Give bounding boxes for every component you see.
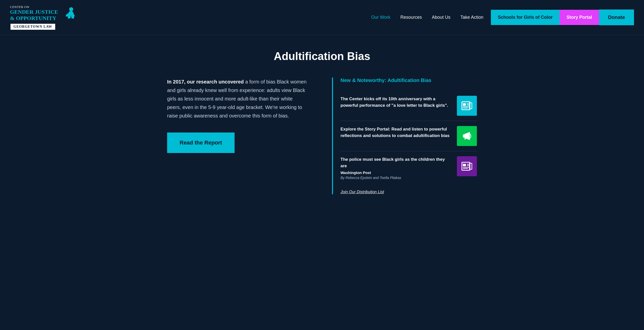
svg-rect-2 <box>463 103 466 106</box>
nav-our-work[interactable]: Our Work <box>371 15 390 20</box>
intro-paragraph: In 2017, our research uncovered a form o… <box>167 78 307 120</box>
news-text-2: Explore the Story Portal: Read and liste… <box>340 126 452 140</box>
news-text-1: The Center kicks off its 10th anniversar… <box>340 96 452 110</box>
schools-for-girls-button[interactable]: Schools for Girls of Color <box>491 10 560 25</box>
svg-point-0 <box>69 7 73 11</box>
news-icon-3 <box>457 156 477 176</box>
logo-text: CENTER ON GENDER JUSTICE& OPPORTUNITY <box>10 5 58 21</box>
distribution-list-link[interactable]: Join Our Distribution List <box>340 190 477 194</box>
logo-main-title: GENDER JUSTICE& OPPORTUNITY <box>10 9 58 21</box>
nav-links: Our Work Resources About Us Take Action <box>371 15 483 20</box>
right-sidebar: New & Noteworthy: Adultification Bias Th… <box>332 78 477 194</box>
main-nav: Our Work Resources About Us Take Action … <box>371 10 634 25</box>
nav-resources[interactable]: Resources <box>400 15 422 20</box>
newspaper-icon-3 <box>461 160 473 172</box>
nav-about-us[interactable]: About Us <box>432 15 450 20</box>
left-content: In 2017, our research uncovered a form o… <box>167 78 312 153</box>
news-title-3: The police must see Black girls as the c… <box>340 156 452 169</box>
megaphone-icon <box>461 130 473 142</box>
donate-button[interactable]: Donate <box>599 10 634 25</box>
logo-area: CENTER ON GENDER JUSTICE& OPPORTUNITY GE… <box>10 5 58 30</box>
read-report-button[interactable]: Read the Report <box>167 133 234 153</box>
logo-top: CENTER ON GENDER JUSTICE& OPPORTUNITY <box>10 5 58 21</box>
nav-buttons: Schools for Girls of Color Story Portal … <box>491 10 634 25</box>
intro-bold: In 2017, our research uncovered <box>167 79 244 85</box>
svg-rect-10 <box>463 164 466 166</box>
svg-rect-9 <box>462 162 470 170</box>
newspaper-icon-1 <box>461 100 473 112</box>
logo-figure-icon <box>62 6 75 24</box>
content-grid: In 2017, our research uncovered a form o… <box>167 78 477 194</box>
news-item-3[interactable]: The police must see Black girls as the c… <box>340 151 477 185</box>
news-author-3: By Rebecca Epstein and Toella Pliakas <box>340 176 452 180</box>
news-icon-1 <box>457 96 477 116</box>
logo-center-on: CENTER ON <box>10 5 29 9</box>
news-source-3: Washington Post <box>340 170 452 175</box>
nav-take-action[interactable]: Take Action <box>460 15 483 20</box>
main-content: Adultification Bias In 2017, our researc… <box>147 35 497 214</box>
news-title-2: Explore the Story Portal: Read and liste… <box>340 126 452 139</box>
logo-georgetown: GEORGETOWN LAW <box>10 23 56 30</box>
news-title-1: The Center kicks off its 10th anniversar… <box>340 96 452 109</box>
svg-rect-1 <box>462 102 470 110</box>
news-icon-2 <box>457 126 477 146</box>
site-header: CENTER ON GENDER JUSTICE& OPPORTUNITY GE… <box>0 0 644 35</box>
page-title: Adultification Bias <box>167 50 477 63</box>
intro-rest: a form of bias Black women and girls alr… <box>167 79 306 119</box>
sidebar-heading: New & Noteworthy: Adultification Bias <box>340 78 477 83</box>
story-portal-button[interactable]: Story Portal <box>560 10 599 25</box>
news-item-1[interactable]: The Center kicks off its 10th anniversar… <box>340 91 477 121</box>
news-item-2[interactable]: Explore the Story Portal: Read and liste… <box>340 121 477 151</box>
news-text-3: The police must see Black girls as the c… <box>340 156 452 180</box>
